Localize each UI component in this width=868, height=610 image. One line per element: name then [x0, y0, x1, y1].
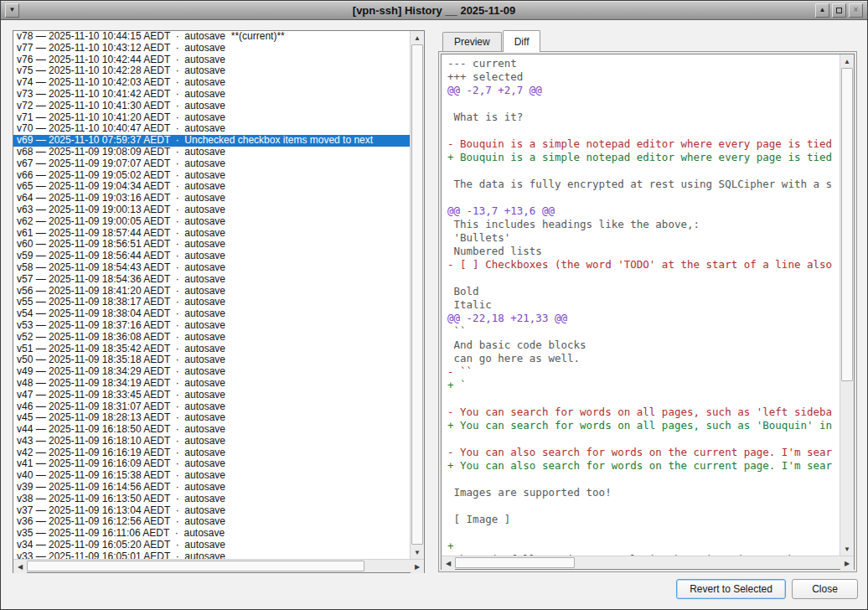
list-hscroll-thumb[interactable]	[27, 561, 364, 571]
diff-line: can go here as well.	[447, 352, 840, 365]
list-item[interactable]: v41 — 2025-11-09 16:16:09 AEDT · autosav…	[13, 458, 410, 470]
diff-line	[447, 392, 840, 406]
list-item[interactable]: v50 — 2025-11-09 18:35:18 AEDT · autosav…	[13, 354, 410, 366]
list-item[interactable]: v45 — 2025-11-09 18:28:13 AEDT · autosav…	[13, 412, 410, 424]
list-item[interactable]: v48 — 2025-11-09 18:34:19 AEDT · autosav…	[13, 378, 410, 390]
list-item[interactable]: v44 — 2025-11-09 16:18:50 AEDT · autosav…	[13, 424, 410, 436]
list-item[interactable]: v54 — 2025-11-09 18:38:04 AEDT · autosav…	[13, 308, 410, 320]
diff-vscroll-thumb[interactable]	[841, 68, 853, 381]
diff-line: Images are supported too!	[447, 486, 840, 499]
list-item[interactable]: v59 — 2025-11-09 18:56:44 AEDT · autosav…	[13, 251, 410, 262]
version-list-frame: v78 — 2025-11-10 10:44:15 AEDT · autosav…	[13, 30, 425, 573]
list-item[interactable]: v42 — 2025-11-09 16:16:19 AEDT · autosav…	[13, 447, 410, 459]
list-item[interactable]: v75 — 2025-11-10 10:42:28 AEDT · autosav…	[13, 65, 410, 77]
list-item[interactable]: v78 — 2025-11-10 10:44:15 AEDT · autosav…	[13, 31, 410, 43]
list-item[interactable]: v53 — 2025-11-09 18:37:16 AEDT · autosav…	[13, 320, 410, 332]
list-item[interactable]: v33 — 2025-11-09 16:05:01 AEDT · autosav…	[13, 551, 410, 559]
diff-hscroll-thumb[interactable]	[455, 557, 575, 568]
list-item[interactable]: v43 — 2025-11-09 16:18:10 AEDT · autosav…	[13, 436, 410, 447]
list-item[interactable]: v77 — 2025-11-10 10:43:12 AEDT · autosav…	[13, 43, 410, 54]
list-item[interactable]: v47 — 2025-11-09 18:33:45 AEDT · autosav…	[13, 390, 410, 401]
list-item[interactable]: v68 — 2025-11-09 19:08:09 AEDT · autosav…	[13, 147, 410, 158]
list-item[interactable]: v62 — 2025-11-09 19:00:05 AEDT · autosav…	[13, 216, 410, 228]
diff-line	[447, 164, 840, 178]
version-list[interactable]: v78 — 2025-11-10 10:44:15 AEDT · autosav…	[13, 31, 410, 559]
window-menu-icon: ▼	[9, 7, 16, 13]
list-item[interactable]: v51 — 2025-11-09 18:35:42 AEDT · autosav…	[13, 344, 410, 355]
scroll-left-arrow-icon[interactable]: ◀	[13, 560, 27, 573]
list-item[interactable]: v74 — 2025-11-10 10:42:03 AEDT · autosav…	[13, 77, 410, 89]
diff-line: Bold	[447, 285, 840, 298]
list-item[interactable]: v37 — 2025-11-09 16:13:04 AEDT · autosav…	[13, 505, 410, 517]
title-bar: ▼ [vpn-ssh] History __ 2025-11-09 ▲ ×	[1, 1, 867, 20]
diff-line: - ``	[447, 365, 840, 379]
diff-line	[447, 191, 840, 204]
scroll-right-arrow-icon[interactable]: ▶	[411, 560, 424, 573]
diff-line: @@ -13,7 +13,6 @@	[447, 204, 840, 218]
list-item[interactable]: v71 — 2025-11-10 10:41:20 AEDT · autosav…	[13, 112, 410, 124]
diff-line: - You can search for words on all pages,…	[447, 406, 840, 419]
diff-line: What is it?	[447, 111, 840, 124]
list-item[interactable]: v39 — 2025-11-09 16:14:56 AEDT · autosav…	[13, 482, 410, 494]
diff-line	[447, 432, 840, 446]
list-item[interactable]: v57 — 2025-11-09 18:54:36 AEDT · autosav…	[13, 274, 410, 286]
window-title: [vpn-ssh] History __ 2025-11-09	[1, 4, 867, 17]
maximize-icon	[836, 8, 842, 13]
list-item[interactable]: v56 — 2025-11-09 18:41:20 AEDT · autosav…	[13, 286, 410, 297]
diff-line: +++ selected	[447, 70, 840, 84]
list-item[interactable]: v55 — 2025-11-09 18:38:17 AEDT · autosav…	[13, 297, 410, 308]
diff-text: --- current+++ selected@@ -2,7 +2,7 @@ W…	[442, 54, 840, 556]
list-item[interactable]: v76 — 2025-11-10 10:42:44 AEDT · autosav…	[13, 54, 410, 66]
diff-horizontal-scrollbar[interactable]: ◀ ▶	[442, 556, 854, 569]
maximize-button[interactable]	[832, 3, 846, 18]
scroll-left-arrow-icon[interactable]: ◀	[442, 556, 455, 570]
diff-line	[447, 499, 840, 513]
window-menu-button[interactable]: ▼	[5, 3, 19, 18]
close-button[interactable]: Close	[792, 579, 858, 599]
list-item[interactable]: v70 — 2025-11-10 10:40:47 AEDT · autosav…	[13, 123, 410, 135]
list-item[interactable]: v60 — 2025-11-09 18:56:51 AEDT · autosav…	[13, 239, 410, 251]
list-item[interactable]: v40 — 2025-11-09 16:15:38 AEDT · autosav…	[13, 470, 410, 482]
tab-preview[interactable]: Preview	[442, 32, 502, 51]
list-item[interactable]: v38 — 2025-11-09 16:13:50 AEDT · autosav…	[13, 494, 410, 505]
diff-line: + `	[447, 379, 840, 392]
scroll-right-arrow-icon[interactable]: ▶	[840, 556, 854, 570]
shade-button[interactable]: ▲	[815, 3, 829, 18]
list-vertical-scrollbar[interactable]: ▲ ▼	[410, 31, 424, 559]
scroll-up-arrow-icon[interactable]: ▲	[411, 31, 424, 44]
close-icon: ×	[854, 6, 859, 14]
list-item[interactable]: v49 — 2025-11-09 18:34:29 AEDT · autosav…	[13, 366, 410, 378]
scroll-down-arrow-icon[interactable]: ▼	[411, 545, 424, 559]
list-item[interactable]: v66 — 2025-11-09 19:05:02 AEDT · autosav…	[13, 170, 410, 182]
list-item[interactable]: v35 — 2025-11-09 16:11:06 AEDT · autosav…	[13, 528, 410, 540]
diff-line: 'Bullets'	[447, 231, 840, 245]
list-item[interactable]: v69 — 2025-11-10 07:59:37 AEDT · Uncheck…	[13, 135, 410, 147]
diff-line: The data is fully encrypted at rest usin…	[447, 178, 840, 191]
diff-line	[447, 271, 840, 285]
diff-line: [ Image ]	[447, 513, 840, 526]
list-item[interactable]: v63 — 2025-11-09 19:00:13 AEDT · autosav…	[13, 204, 410, 216]
scroll-down-arrow-icon[interactable]: ▼	[840, 542, 854, 556]
tab-diff[interactable]: Diff	[503, 30, 541, 52]
history-window: ▼ [vpn-ssh] History __ 2025-11-09 ▲ × v7…	[0, 0, 868, 610]
diff-line	[447, 97, 840, 111]
list-horizontal-scrollbar[interactable]: ◀ ▶	[13, 559, 424, 572]
list-item[interactable]: v58 — 2025-11-09 18:54:43 AEDT · autosav…	[13, 262, 410, 274]
list-vscroll-thumb[interactable]	[411, 44, 423, 545]
close-window-button[interactable]: ×	[849, 3, 863, 18]
list-item[interactable]: v64 — 2025-11-09 19:03:16 AEDT · autosav…	[13, 193, 410, 204]
list-item[interactable]: v67 — 2025-11-09 19:07:07 AEDT · autosav…	[13, 158, 410, 170]
list-item[interactable]: v65 — 2025-11-09 19:04:34 AEDT · autosav…	[13, 181, 410, 193]
list-item[interactable]: v34 — 2025-11-09 16:05:20 AEDT · autosav…	[13, 540, 410, 551]
list-item[interactable]: v46 — 2025-11-09 18:31:07 AEDT · autosav…	[13, 401, 410, 413]
diff-vertical-scrollbar[interactable]: ▲ ▼	[840, 54, 854, 556]
revert-to-selected-button[interactable]: Revert to Selected	[676, 579, 786, 599]
list-item[interactable]: v61 — 2025-11-09 18:57:44 AEDT · autosav…	[13, 228, 410, 240]
diff-line: ``	[447, 325, 840, 339]
list-item[interactable]: v52 — 2025-11-09 18:36:08 AEDT · autosav…	[13, 332, 410, 344]
scroll-up-arrow-icon[interactable]: ▲	[840, 54, 854, 68]
list-item[interactable]: v72 — 2025-11-10 10:41:30 AEDT · autosav…	[13, 101, 410, 112]
diff-line: This includes headings like the above,:	[447, 218, 840, 231]
list-item[interactable]: v36 — 2025-11-09 16:12:56 AEDT · autosav…	[13, 516, 410, 528]
list-item[interactable]: v73 — 2025-11-10 10:41:42 AEDT · autosav…	[13, 89, 410, 101]
